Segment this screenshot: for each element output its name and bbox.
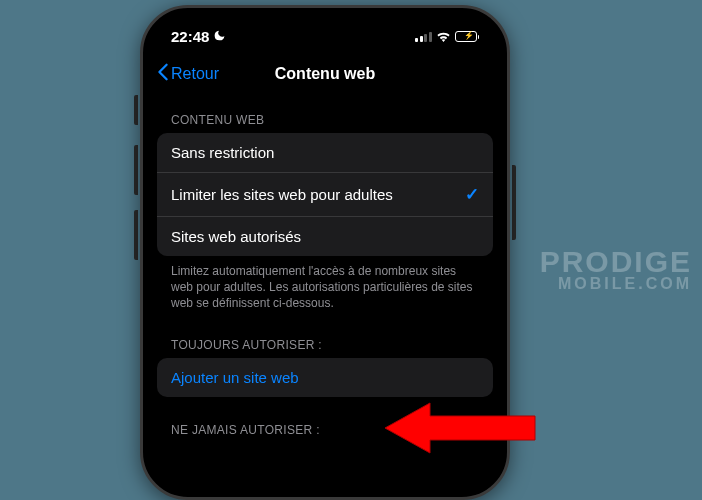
- dynamic-island: [265, 13, 385, 43]
- chevron-left-icon: [157, 63, 169, 85]
- checkmark-icon: ✓: [465, 184, 479, 205]
- back-button[interactable]: Retour: [157, 63, 219, 85]
- section-header-jamais-autoriser: NE JAMAIS AUTORISER :: [157, 423, 493, 443]
- add-website-label: Ajouter un site web: [171, 369, 299, 386]
- signal-icon: [415, 31, 432, 42]
- status-time: 22:48: [171, 28, 209, 45]
- phone-volume-up: [134, 145, 138, 195]
- page-title: Contenu web: [275, 65, 375, 83]
- phone-volume-down: [134, 210, 138, 260]
- option-limiter-adultes[interactable]: Limiter les sites web pour adultes ✓: [157, 173, 493, 217]
- section-header-contenu-web: CONTENU WEB: [157, 113, 493, 133]
- option-sans-restriction[interactable]: Sans restriction: [157, 133, 493, 173]
- option-sites-autorises[interactable]: Sites web autorisés: [157, 217, 493, 256]
- always-allow-list: Ajouter un site web: [157, 358, 493, 397]
- back-label: Retour: [171, 65, 219, 83]
- battery-icon: ⚡: [455, 31, 480, 42]
- watermark: PRODIGE MOBILE.COM: [540, 245, 692, 293]
- phone-frame: 22:48 ⚡ Retour: [140, 5, 510, 500]
- add-website-button[interactable]: Ajouter un site web: [157, 358, 493, 397]
- wifi-icon: [436, 28, 451, 46]
- section-footer-text: Limitez automatiquement l'accès à de nom…: [157, 256, 493, 312]
- phone-power-button: [512, 165, 516, 240]
- option-label: Limiter les sites web pour adultes: [171, 186, 393, 203]
- section-header-toujours-autoriser: TOUJOURS AUTORISER :: [157, 338, 493, 358]
- navigation-bar: Retour Contenu web: [143, 53, 507, 95]
- phone-side-button: [134, 95, 138, 125]
- option-label: Sites web autorisés: [171, 228, 301, 245]
- restriction-options-list: Sans restriction Limiter les sites web p…: [157, 133, 493, 256]
- moon-icon: [213, 28, 226, 45]
- option-label: Sans restriction: [171, 144, 274, 161]
